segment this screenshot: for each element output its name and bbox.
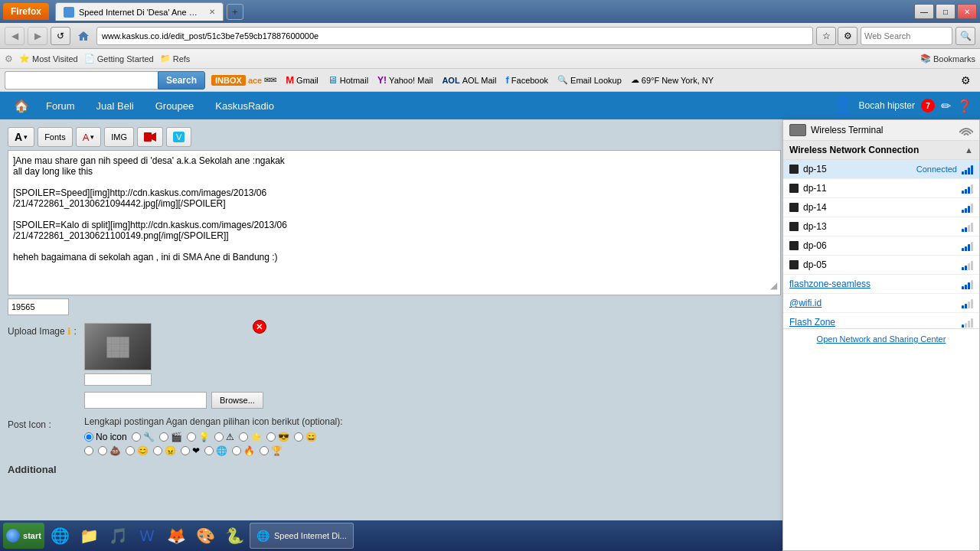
font-size-button[interactable]: A ▾ [8, 127, 34, 147]
forward-button[interactable]: ▶ [28, 27, 47, 45]
search-button[interactable]: Search [158, 71, 205, 90]
no-icon-radio[interactable] [84, 432, 93, 442]
star-icon-radio[interactable] [239, 432, 248, 442]
open-network-center-link[interactable]: Open Network and Sharing Center [817, 334, 946, 344]
nav-tools-button[interactable]: ⚙ [838, 27, 858, 45]
char-count-input[interactable]: 19565 [8, 298, 69, 315]
image-preview-container: ▓▓▓▓▓▓▓▓▓▓▓▓▓▓▓ ✕ [84, 323, 263, 370]
laugh-icon-radio[interactable] [294, 432, 303, 442]
network-dp11[interactable]: dp-11 [783, 179, 979, 198]
address-bar[interactable] [96, 27, 813, 45]
bookmark-star-button[interactable]: ☆ [816, 27, 836, 45]
new-tab-button[interactable]: + [227, 4, 243, 20]
jual-beli-nav-item[interactable]: Jual Beli [86, 92, 145, 119]
start-button[interactable]: start [3, 523, 44, 549]
network-dp13[interactable]: dp-13 [783, 217, 979, 236]
inboxace-widget[interactable]: INBOX ace ✉✉ [208, 73, 279, 87]
angry-icon-radio[interactable] [153, 446, 162, 455]
notification-badge[interactable]: 7 [921, 99, 935, 112]
refresh-button[interactable]: ↺ [51, 27, 70, 45]
resize-handle[interactable]: ◢ [770, 280, 778, 291]
yahoo-mail-button[interactable]: Y! Yahoo! Mail [374, 73, 436, 87]
film-icon-radio[interactable] [159, 432, 168, 442]
heart-icon: ❤ [192, 445, 200, 456]
maximize-button[interactable]: □ [936, 4, 956, 19]
img-button[interactable]: IMG [104, 127, 134, 147]
network-wifiid[interactable]: @wifi.id [783, 294, 979, 313]
remove-image-button[interactable]: ✕ [253, 320, 266, 334]
network-flash-zone-name[interactable]: Flash Zone [789, 317, 962, 328]
network-collapse-button[interactable]: ▲ [965, 145, 973, 155]
r2-radio[interactable] [84, 446, 93, 455]
weather-widget[interactable]: ☁ 69°F New York, NY [628, 73, 717, 86]
post-editor[interactable]: ]Ane mau share gan nih speed di 'desa' a… [8, 150, 781, 295]
icon-option-bulb: 💡 [187, 432, 210, 442]
firefox-menu-button[interactable]: Firefox [3, 3, 49, 20]
globe-icon-radio[interactable] [204, 446, 214, 455]
icon-row-2: 💩 😊 😠 ❤ [84, 445, 343, 456]
font-color-button[interactable]: A ▾ [76, 127, 102, 147]
vimeo-button[interactable]: V [166, 127, 191, 147]
network-dp06[interactable]: dp-06 [783, 236, 979, 256]
most-visited-bookmark[interactable]: ⭐ Most Visited [19, 54, 78, 64]
email-lookup-button[interactable]: 🔍 Email Lookup [554, 73, 625, 86]
smiley-icon-radio[interactable] [126, 446, 135, 455]
network-flashzone-seamless[interactable]: flashzone-seamless [783, 275, 979, 294]
warning-icon-radio[interactable] [214, 432, 224, 442]
wrench-icon-radio[interactable] [132, 432, 141, 442]
taskbar-word-icon[interactable]: W [133, 523, 161, 549]
forum-nav-item[interactable]: Forum [35, 92, 86, 119]
taskbar-media-icon[interactable]: 🎵 [104, 523, 132, 549]
window-controls: — □ ✕ [914, 4, 977, 19]
network-flashzone-seamless-name[interactable]: flashzone-seamless [789, 279, 962, 289]
taskbar-paint-icon[interactable]: 🎨 [191, 523, 219, 549]
close-button[interactable]: ✕ [957, 4, 977, 19]
kaskus-radio-nav-item[interactable]: KaskusRadio [204, 92, 285, 119]
heart-icon-radio[interactable] [181, 446, 190, 455]
video-button[interactable] [137, 127, 163, 147]
network-wifiid-name[interactable]: @wifi.id [789, 298, 962, 308]
gmail-button[interactable]: M Gmail [283, 73, 322, 87]
groupee-nav-item[interactable]: Groupee [145, 92, 205, 119]
help-button[interactable]: ❓ [957, 99, 972, 113]
sunglasses-icon-radio[interactable] [266, 432, 276, 442]
network-flash-zone[interactable]: Flash Zone [783, 313, 979, 328]
home-button[interactable] [74, 26, 93, 46]
network-dp05-signal [962, 259, 973, 270]
taskbar-ff-icon[interactable]: 🦊 [162, 523, 190, 549]
active-tab[interactable]: Speed Internet Di 'Desa' Ane gan ! | Kas… [55, 2, 224, 21]
aol-mail-button[interactable]: AOL AOL Mail [439, 74, 499, 86]
bookmarks-menu[interactable]: 📚 Bookmarks [920, 54, 975, 64]
taskbar-ie-icon[interactable]: 🌐 [46, 523, 74, 549]
refs-bookmark[interactable]: 📁 Refs [160, 54, 191, 64]
film-icon: 🎬 [171, 432, 182, 442]
network-dp05[interactable]: dp-05 [783, 256, 979, 275]
getting-started-bookmark[interactable]: 📄 Getting Started [84, 54, 154, 64]
browser-search-input[interactable] [861, 27, 952, 45]
tab-close-button[interactable]: ✕ [209, 8, 215, 16]
toolbar-options-button[interactable]: ⚙ [956, 71, 975, 90]
edit-button[interactable]: ✏ [941, 99, 951, 113]
taskbar-folder-icon[interactable]: 📁 [75, 523, 103, 549]
file-input[interactable] [84, 392, 207, 409]
browse-button[interactable]: Browse... [211, 392, 263, 409]
search-go-button[interactable]: 🔍 [956, 27, 975, 45]
minimize-button[interactable]: — [914, 4, 934, 19]
network-dp14[interactable]: dp-14 [783, 198, 979, 217]
site-home-button[interactable]: 🏠 [8, 92, 35, 119]
search-input[interactable] [5, 71, 158, 90]
trophy-icon-radio[interactable] [260, 446, 269, 455]
facebook-button[interactable]: f Facebook [502, 73, 551, 87]
home-icon: 🏠 [14, 99, 29, 113]
poop-icon-radio[interactable] [98, 446, 107, 455]
taskbar-app-favicon: 🌐 [256, 530, 270, 542]
taskbar-active-app[interactable]: 🌐 Speed Internet Di... [250, 523, 354, 549]
network-dp15[interactable]: dp-15 Connected [783, 160, 979, 179]
taskbar-python-icon[interactable]: 🐍 [220, 523, 248, 549]
fonts-button[interactable]: Fonts [38, 127, 73, 147]
bulb-icon-radio[interactable] [187, 432, 196, 442]
hotmail-button[interactable]: 🖥 Hotmail [325, 73, 371, 87]
fire-icon-radio[interactable] [232, 446, 241, 455]
upload-help-icon[interactable]: ℹ [67, 326, 71, 337]
back-button[interactable]: ◀ [5, 27, 24, 45]
